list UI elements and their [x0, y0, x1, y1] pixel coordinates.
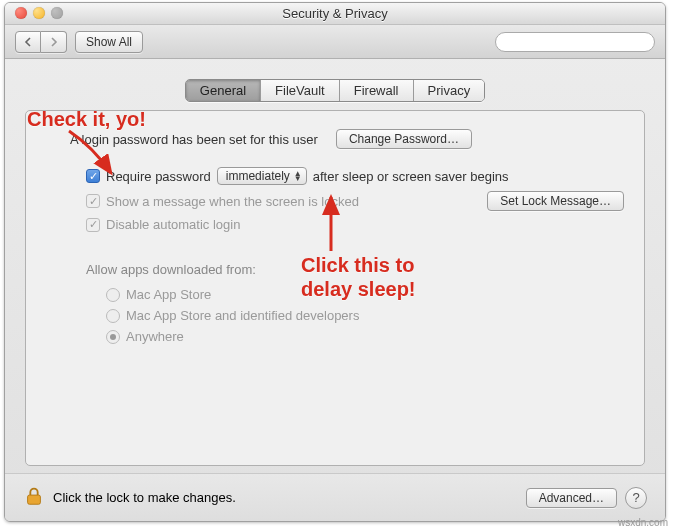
- radio-anywhere-label: Anywhere: [126, 329, 184, 344]
- tab-firewall[interactable]: Firewall: [340, 80, 414, 101]
- forward-button[interactable]: [41, 31, 67, 53]
- advanced-button[interactable]: Advanced…: [526, 488, 617, 508]
- window-title: Security & Privacy: [282, 6, 387, 21]
- titlebar: Security & Privacy: [5, 3, 665, 25]
- tab-general[interactable]: General: [186, 80, 261, 101]
- set-lock-message-button[interactable]: Set Lock Message…: [487, 191, 624, 211]
- zoom-button[interactable]: [51, 7, 63, 19]
- preferences-window: Security & Privacy Show All General File…: [4, 2, 666, 522]
- show-all-label: Show All: [86, 35, 132, 49]
- radio-app-store[interactable]: [106, 288, 120, 302]
- tab-privacy[interactable]: Privacy: [414, 80, 485, 101]
- lock-icon[interactable]: [23, 485, 45, 510]
- radio-app-store-label: Mac App Store: [126, 287, 211, 302]
- help-button[interactable]: ?: [625, 487, 647, 509]
- disable-auto-login-label: Disable automatic login: [106, 217, 240, 232]
- password-set-label: A login password has been set for this u…: [70, 132, 318, 147]
- show-all-button[interactable]: Show All: [75, 31, 143, 53]
- nav-buttons: [15, 31, 67, 53]
- require-password-checkbox[interactable]: ✓: [86, 169, 100, 183]
- search-field[interactable]: [495, 32, 655, 52]
- svg-rect-2: [28, 495, 41, 504]
- back-button[interactable]: [15, 31, 41, 53]
- stepper-icon: ▲▼: [294, 171, 302, 181]
- settings-panel: A login password has been set for this u…: [25, 110, 645, 466]
- search-input[interactable]: [506, 35, 656, 49]
- lock-text: Click the lock to make changes.: [53, 490, 236, 505]
- minimize-button[interactable]: [33, 7, 45, 19]
- after-sleep-label: after sleep or screen saver begins: [313, 169, 509, 184]
- show-message-checkbox[interactable]: ✓: [86, 194, 100, 208]
- footer: Click the lock to make changes. Advanced…: [5, 473, 665, 521]
- tab-filevault[interactable]: FileVault: [261, 80, 340, 101]
- require-password-label: Require password: [106, 169, 211, 184]
- delay-select[interactable]: immediately ▲▼: [217, 167, 307, 185]
- radio-anywhere[interactable]: [106, 330, 120, 344]
- watermark: wsxdn.com: [618, 517, 668, 528]
- allow-apps-label: Allow apps downloaded from:: [86, 262, 624, 277]
- tab-bar: General FileVault Firewall Privacy: [5, 79, 665, 102]
- radio-identified-label: Mac App Store and identified developers: [126, 308, 359, 323]
- toolbar: Show All: [5, 25, 665, 59]
- disable-auto-login-checkbox[interactable]: ✓: [86, 218, 100, 232]
- change-password-button[interactable]: Change Password…: [336, 129, 472, 149]
- close-button[interactable]: [15, 7, 27, 19]
- traffic-lights: [15, 7, 63, 19]
- show-message-label: Show a message when the screen is locked: [106, 194, 359, 209]
- delay-value: immediately: [226, 169, 290, 183]
- radio-identified[interactable]: [106, 309, 120, 323]
